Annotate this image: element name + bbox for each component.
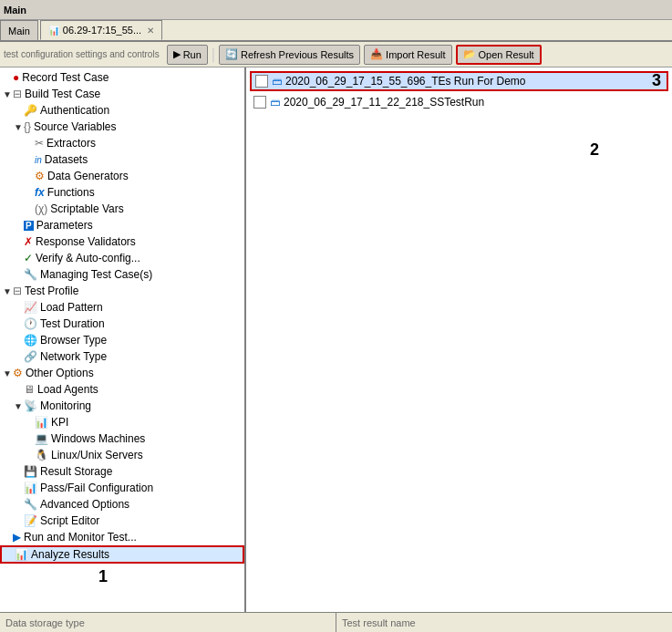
- tree-item-result-storage[interactable]: 💾 Result Storage: [0, 463, 244, 480]
- tree-item-label: Record Test Case: [22, 71, 109, 84]
- result-item-1[interactable]: 🗃 2020_06_29_17_15_55_696_TEs Run For De…: [250, 71, 668, 91]
- tree-item-passfail-config[interactable]: 📊 Pass/Fail Configuration: [0, 480, 244, 496]
- source-vars-icon: {}: [24, 120, 31, 133]
- tree-item-label: Scriptable Vars: [50, 202, 123, 215]
- datasets-icon: in: [35, 155, 42, 165]
- result-label-2: 2020_06_29_17_11_22_218_SSTestRun: [284, 96, 484, 109]
- tree-item-label: Result Storage: [40, 465, 112, 478]
- run-button[interactable]: ▶ Run: [167, 45, 208, 65]
- tree-item-network-type[interactable]: 🔗 Network Type: [0, 348, 244, 365]
- tree-item-run-monitor[interactable]: ▶ Run and Monitor Test...: [0, 529, 244, 545]
- tree-item-record-test[interactable]: ● Record Test Case: [0, 69, 244, 86]
- tree-item-functions[interactable]: fx Functions: [0, 184, 244, 201]
- open-icon: 📂: [463, 48, 476, 60]
- tree-item-parameters[interactable]: P Parameters: [0, 217, 244, 233]
- tree-item-extractors[interactable]: ✂ Extractors: [0, 135, 244, 151]
- tab-second-icon: 📊: [48, 26, 59, 36]
- tree-item-test-duration[interactable]: 🕐 Test Duration: [0, 316, 244, 332]
- tree-item-load-pattern[interactable]: 📈 Load Pattern: [0, 299, 244, 316]
- tree-item-label: Parameters: [36, 219, 93, 232]
- tree-item-authentication[interactable]: 🔑 Authentication: [0, 102, 244, 119]
- tab-bar: Main 📊 06.29-17:15_55... ✕: [0, 20, 672, 42]
- tree-item-test-profile[interactable]: ▼ ⊟ Test Profile: [0, 283, 244, 299]
- results-list[interactable]: 🗃 2020_06_29_17_15_55_696_TEs Run For De…: [246, 67, 672, 612]
- toolbar-hint: test configuration settings and controls: [4, 49, 160, 59]
- tree-item-label: Test Profile: [25, 285, 78, 297]
- response-val-icon: ✗: [24, 235, 33, 248]
- tree-item-windows-machines[interactable]: 💻 Windows Machines: [0, 430, 244, 447]
- tree-item-label: Verify & Auto-config...: [36, 252, 140, 264]
- managing-test-icon: 🔧: [24, 268, 37, 281]
- status-bar: Data storage type Test result name: [0, 612, 672, 632]
- tree-item-label: Script Editor: [40, 514, 99, 527]
- tree-item-script-editor[interactable]: 📝 Script Editor: [0, 513, 244, 529]
- status-field-1: Data storage type: [0, 613, 336, 632]
- result-item-2[interactable]: 🗃 2020_06_29_17_11_22_218_SSTestRun: [250, 93, 668, 111]
- toolbar: test configuration settings and controls…: [0, 42, 672, 67]
- result-icon-1: 🗃: [272, 76, 282, 87]
- tree-item-other-options[interactable]: ▼ ⚙ Other Options: [0, 365, 244, 381]
- result-checkbox-2[interactable]: [253, 96, 266, 109]
- tree-item-label: Pass/Fail Configuration: [40, 482, 153, 494]
- tab-close-button[interactable]: ✕: [147, 26, 154, 36]
- result-checkbox-1[interactable]: [255, 75, 268, 88]
- tree-item-linux-servers[interactable]: 🐧 Linux/Unix Servers: [0, 447, 244, 463]
- kpi-icon: 📊: [35, 416, 48, 429]
- tab-second[interactable]: 📊 06.29-17:15_55... ✕: [40, 20, 162, 40]
- right-panel: 🗃 2020_06_29_17_15_55_696_TEs Run For De…: [246, 67, 672, 612]
- tree-item-analyze-results[interactable]: 📊 Analyze Results: [0, 545, 244, 564]
- tree-item-label: Response Validators: [36, 235, 136, 248]
- open-result-button[interactable]: 📂 Open Result: [456, 45, 542, 65]
- title-bar: Main: [0, 0, 672, 20]
- test-profile-icon: ⊟: [13, 285, 22, 297]
- tree-item-label: Functions: [47, 186, 95, 199]
- tree-item-advanced-options[interactable]: 🔧 Advanced Options: [0, 496, 244, 513]
- tree-item-verify-autoconfig[interactable]: ✓ Verify & Auto-config...: [0, 250, 244, 266]
- import-label: Import Result: [386, 49, 445, 60]
- import-button[interactable]: 📥 Import Result: [364, 45, 451, 65]
- tree-item-scriptable-vars[interactable]: (χ) Scriptable Vars: [0, 201, 244, 217]
- passfail-icon: 📊: [24, 482, 37, 494]
- label-2: 2: [590, 140, 599, 160]
- run-icon: ▶: [173, 48, 181, 60]
- tab-main[interactable]: Main: [0, 20, 38, 40]
- tree-item-label: Analyze Results: [31, 548, 109, 561]
- tree-item-source-vars[interactable]: ▼ {} Source Variables: [0, 119, 244, 135]
- tree-item-label: Linux/Unix Servers: [51, 449, 143, 461]
- scriptable-vars-icon: (χ): [35, 202, 47, 215]
- tree-item-label: Datasets: [45, 153, 88, 166]
- tab-second-label: 06.29-17:15_55...: [63, 25, 141, 36]
- tree-item-browser-type[interactable]: 🌐 Browser Type: [0, 332, 244, 348]
- tree-item-label: Data Generators: [47, 170, 129, 182]
- advanced-options-icon: 🔧: [24, 498, 37, 511]
- status-field-1-text: Data storage type: [5, 617, 85, 628]
- tree-item-label: Browser Type: [40, 334, 107, 347]
- data-gen-icon: ⚙: [35, 170, 45, 182]
- network-type-icon: 🔗: [24, 350, 37, 363]
- tree-item-label: Advanced Options: [40, 498, 129, 511]
- tree-item-label: Authentication: [40, 104, 109, 117]
- auth-icon: 🔑: [24, 104, 37, 117]
- tab-main-label: Main: [8, 26, 30, 36]
- tree-item-kpi[interactable]: 📊 KPI: [0, 414, 244, 430]
- tree-item-label: Monitoring: [40, 399, 91, 412]
- tree-item-label: Extractors: [47, 137, 96, 150]
- tree-item-response-validators[interactable]: ✗ Response Validators: [0, 233, 244, 250]
- functions-icon: fx: [35, 186, 45, 199]
- tree-item-build-test[interactable]: ▼ ⊟ Build Test Case: [0, 86, 244, 102]
- verify-icon: ✓: [24, 252, 33, 264]
- tree-item-label: Load Pattern: [40, 301, 103, 314]
- tree-item-label: Build Test Case: [25, 88, 100, 100]
- tree-item-data-generators[interactable]: ⚙ Data Generators: [0, 168, 244, 184]
- status-field-2-text: Test result name: [342, 617, 416, 628]
- refresh-button[interactable]: 🔄 Refresh Previous Results: [219, 45, 360, 65]
- tree-item-label: Network Type: [40, 350, 107, 363]
- left-panel[interactable]: ● Record Test Case ▼ ⊟ Build Test Case 🔑…: [0, 67, 246, 612]
- tree-item-managing-test[interactable]: 🔧 Managing Test Case(s): [0, 266, 244, 283]
- tree-item-load-agents[interactable]: 🖥 Load Agents: [0, 381, 244, 398]
- params-icon: P: [24, 221, 34, 231]
- tree-item-label: KPI: [51, 416, 68, 429]
- label-3: 3: [652, 71, 661, 90]
- tree-item-monitoring[interactable]: ▼ 📡 Monitoring: [0, 398, 244, 414]
- tree-item-datasets[interactable]: in Datasets: [0, 151, 244, 168]
